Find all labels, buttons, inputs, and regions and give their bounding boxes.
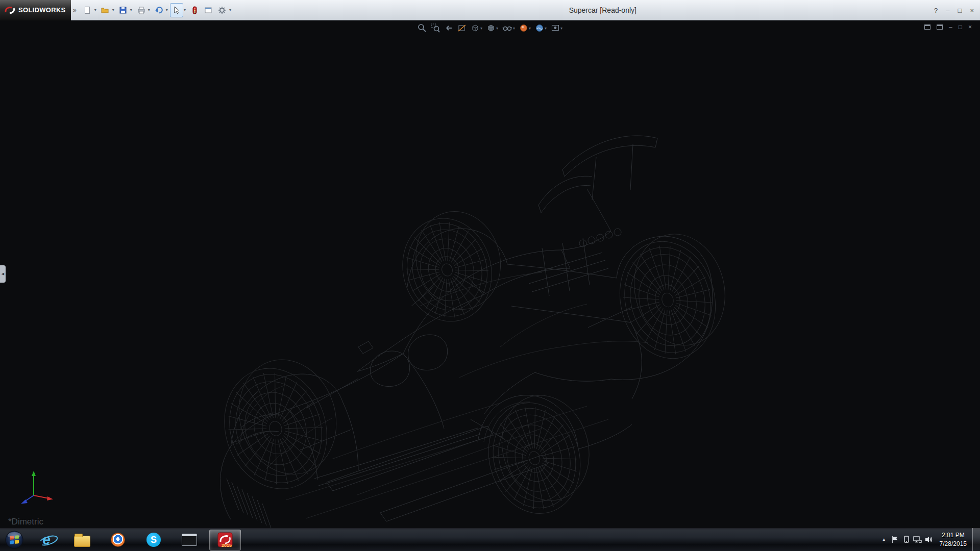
select-button[interactable] bbox=[170, 3, 183, 17]
print-icon bbox=[137, 6, 145, 14]
print-caret-icon[interactable]: ▾ bbox=[148, 8, 150, 12]
clock-time: 2:01 PM bbox=[942, 532, 965, 539]
options-caret-icon[interactable]: ▾ bbox=[229, 8, 231, 12]
hide-show-items-button[interactable]: ▾ bbox=[501, 23, 516, 33]
save-floppy-icon bbox=[119, 6, 127, 14]
help-button[interactable]: ? bbox=[934, 7, 938, 14]
taskbar-item-windows-explorer[interactable] bbox=[66, 530, 98, 550]
view-settings-button[interactable]: ▾ bbox=[550, 23, 564, 33]
open-button[interactable] bbox=[99, 3, 112, 17]
new-document-caret-icon[interactable]: ▾ bbox=[94, 8, 96, 12]
taskbar-clock[interactable]: 2:01 PM 7/28/2015 bbox=[940, 531, 967, 547]
volume-speaker-icon bbox=[925, 536, 933, 543]
minimize-button[interactable]: – bbox=[946, 7, 949, 14]
command-prompt-icon bbox=[182, 534, 197, 546]
internet-explorer-icon: e bbox=[42, 533, 51, 547]
orientation-triad bbox=[13, 466, 54, 507]
view-settings-caret-icon: ▾ bbox=[560, 26, 562, 31]
solidworks-logo: SOLIDWORKS bbox=[0, 0, 71, 20]
taskbar-item-command-prompt[interactable] bbox=[174, 530, 205, 550]
edit-appearance-ball-icon bbox=[519, 23, 528, 33]
display-style-button[interactable]: ▾ bbox=[485, 23, 499, 33]
hide-show-caret-icon: ▾ bbox=[513, 26, 515, 31]
system-tray: ▲ bbox=[878, 528, 980, 551]
device-icon bbox=[903, 536, 910, 543]
zoom-to-area-icon bbox=[431, 23, 440, 33]
volume-button[interactable] bbox=[923, 536, 935, 543]
pane-right-icon[interactable] bbox=[937, 24, 943, 30]
menu-expand-arrow[interactable]: » bbox=[73, 6, 77, 14]
previous-view-icon bbox=[444, 23, 453, 33]
view-settings-icon bbox=[551, 23, 560, 33]
select-cursor-icon bbox=[173, 6, 181, 14]
taskbar-item-internet-explorer[interactable]: e bbox=[31, 530, 62, 550]
titlebar-toolbar: ▾ ▾ ▾ ▾ bbox=[81, 3, 233, 17]
zoom-to-fit-button[interactable] bbox=[416, 23, 428, 33]
view-orientation-caret-icon: ▾ bbox=[480, 26, 482, 31]
graphics-viewport[interactable]: ▾ ▾ ▾ bbox=[0, 20, 980, 528]
zoom-to-area-button[interactable] bbox=[430, 23, 441, 33]
rebuild-button[interactable] bbox=[188, 3, 201, 17]
action-center-flag-button[interactable] bbox=[890, 536, 901, 543]
start-button[interactable] bbox=[4, 530, 24, 550]
windows-start-orb-icon bbox=[5, 530, 24, 549]
pane-left-icon[interactable] bbox=[924, 24, 930, 30]
options-gear-icon bbox=[218, 6, 226, 14]
show-desktop-button[interactable] bbox=[972, 528, 980, 551]
options-button[interactable] bbox=[215, 3, 229, 17]
heads-up-view-toolbar: ▾ ▾ ▾ bbox=[416, 23, 564, 33]
doc-minimize-button[interactable]: – bbox=[949, 23, 952, 31]
action-center-flag-icon bbox=[891, 536, 899, 543]
rebuild-traffic-light-icon bbox=[190, 6, 199, 14]
taskbar: e S 2015 ▲ bbox=[0, 528, 980, 551]
view-orientation-button[interactable]: ▾ bbox=[470, 23, 483, 33]
save-button[interactable] bbox=[116, 3, 130, 17]
network-status-button[interactable] bbox=[912, 536, 923, 543]
window-title: Supercar [Read-only] bbox=[569, 6, 636, 14]
print-button[interactable] bbox=[134, 3, 148, 17]
view-orientation-label: *Dimetric bbox=[8, 517, 43, 527]
file-properties-button[interactable] bbox=[202, 3, 215, 17]
undo-caret-icon[interactable]: ▾ bbox=[166, 8, 168, 12]
file-properties-icon bbox=[204, 6, 212, 14]
titlebar: SOLIDWORKS » ▾ ▾ ▾ bbox=[0, 0, 980, 20]
app-logo-text: SOLIDWORKS bbox=[18, 6, 66, 14]
undo-arrow-icon bbox=[155, 6, 163, 14]
view-orientation-cube-icon bbox=[471, 23, 480, 33]
save-caret-icon[interactable]: ▾ bbox=[130, 8, 132, 12]
apply-scene-icon bbox=[535, 23, 544, 33]
taskbar-item-media-player[interactable] bbox=[102, 530, 134, 550]
featuremanager-collapse-tab[interactable]: ◀ bbox=[0, 265, 6, 283]
close-button[interactable]: × bbox=[970, 7, 974, 14]
solidworks-app-icon: 2015 bbox=[217, 532, 233, 548]
taskbar-item-solidworks[interactable]: 2015 bbox=[209, 530, 241, 550]
maximize-button[interactable]: □ bbox=[958, 7, 962, 14]
previous-view-button[interactable] bbox=[443, 23, 454, 33]
open-caret-icon[interactable]: ▾ bbox=[112, 8, 114, 12]
section-view-button[interactable] bbox=[456, 23, 468, 33]
solidworks-version-badge: 2015 bbox=[222, 543, 232, 548]
taskbar-item-skype[interactable]: S bbox=[138, 530, 169, 550]
section-view-icon bbox=[457, 23, 467, 33]
solidworks-window: SOLIDWORKS » ▾ ▾ ▾ bbox=[0, 0, 980, 551]
open-folder-icon bbox=[101, 6, 109, 14]
device-status-button[interactable] bbox=[901, 536, 912, 543]
window-controls: ? – □ × bbox=[934, 0, 974, 20]
apply-scene-button[interactable]: ▾ bbox=[534, 23, 548, 33]
select-caret-icon[interactable]: ▾ bbox=[184, 8, 186, 12]
display-style-caret-icon: ▾ bbox=[496, 26, 498, 31]
wireframe-car-model bbox=[0, 20, 980, 528]
new-document-button[interactable] bbox=[81, 3, 94, 17]
tray-expand-button[interactable]: ▲ bbox=[878, 537, 890, 542]
undo-button[interactable] bbox=[152, 3, 165, 17]
hide-show-glasses-icon bbox=[502, 23, 512, 33]
clock-date: 7/28/2015 bbox=[940, 540, 967, 547]
doc-close-button[interactable]: × bbox=[968, 23, 972, 31]
new-document-icon bbox=[83, 6, 91, 14]
zoom-to-fit-icon bbox=[418, 23, 427, 33]
windows-explorer-folder-icon bbox=[74, 536, 90, 547]
edit-appearance-button[interactable]: ▾ bbox=[518, 23, 532, 33]
skype-icon: S bbox=[146, 533, 161, 547]
doc-restore-button[interactable]: □ bbox=[959, 23, 962, 31]
dassault-systemes-logo-icon bbox=[4, 6, 15, 15]
